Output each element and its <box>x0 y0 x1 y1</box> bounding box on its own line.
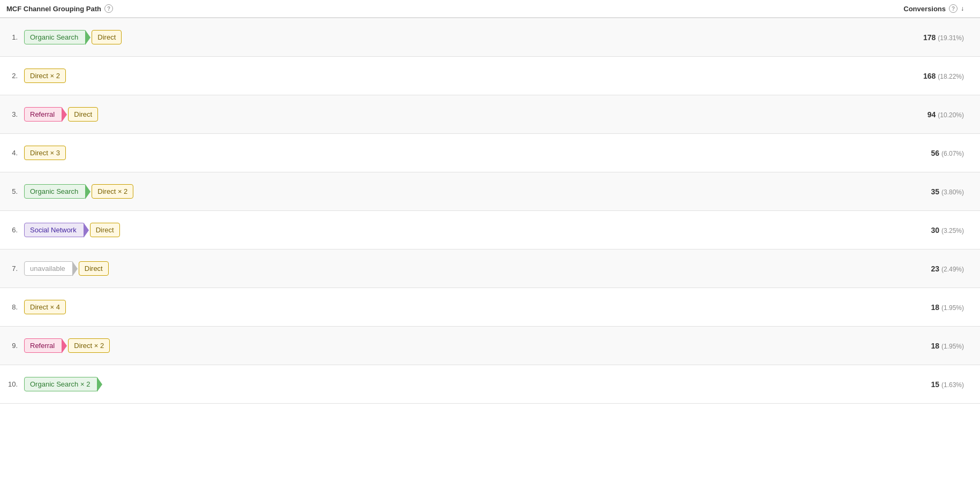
header-path: MCF Channel Grouping Path ? <box>0 4 862 13</box>
conversion-value: 18 <box>931 342 939 350</box>
row-number: 6. <box>0 226 24 234</box>
path-help-icon[interactable]: ? <box>104 4 113 13</box>
channel-tag[interactable]: Referral <box>24 107 63 122</box>
conversions-help-icon[interactable]: ? <box>949 4 958 13</box>
channel-tag[interactable]: Direct <box>79 261 109 276</box>
conversion-value: 56 <box>931 149 939 157</box>
row-path: ReferralDirect × 2 <box>24 334 862 357</box>
row-path: Direct × 3 <box>24 141 862 164</box>
channel-tag[interactable]: Organic Search <box>24 30 86 44</box>
row-number: 7. <box>0 264 24 273</box>
channel-tag[interactable]: Organic Search <box>24 184 86 199</box>
conversion-value: 18 <box>931 303 939 312</box>
row-conversions: 178(19.31%) <box>862 33 980 42</box>
table-row: 5.Organic SearchDirect × 235(3.80%) <box>0 172 980 211</box>
conversion-value: 15 <box>931 380 939 389</box>
row-path: Direct × 2 <box>24 64 862 87</box>
row-path: Organic SearchDirect <box>24 26 862 49</box>
row-conversions: 56(6.07%) <box>862 149 980 157</box>
conversion-value: 94 <box>928 110 936 119</box>
conversion-percent: (1.95%) <box>941 304 964 312</box>
conversion-percent: (19.31%) <box>938 34 964 42</box>
conversion-value: 30 <box>931 226 939 235</box>
mcf-table: MCF Channel Grouping Path ? Conversions … <box>0 0 980 404</box>
conversion-percent: (3.80%) <box>941 188 964 196</box>
row-number: 1. <box>0 33 24 41</box>
row-conversions: 35(3.80%) <box>862 187 980 196</box>
row-number: 8. <box>0 303 24 311</box>
table-row: 2.Direct × 2168(18.22%) <box>0 57 980 95</box>
row-number: 3. <box>0 110 24 118</box>
conversion-value: 168 <box>923 72 936 80</box>
table-header: MCF Channel Grouping Path ? Conversions … <box>0 0 980 18</box>
row-conversions: 94(10.20%) <box>862 110 980 119</box>
conversion-percent: (18.22%) <box>938 73 964 80</box>
channel-tag[interactable]: Direct <box>68 107 98 122</box>
row-number: 5. <box>0 187 24 195</box>
row-number: 9. <box>0 342 24 350</box>
conversion-percent: (10.20%) <box>938 111 964 119</box>
channel-tag[interactable]: Direct <box>92 30 122 44</box>
channel-tag[interactable]: Direct × 4 <box>24 300 66 314</box>
row-path: Organic SearchDirect × 2 <box>24 180 862 203</box>
conversion-percent: (1.63%) <box>941 381 964 389</box>
row-path: Direct × 4 <box>24 296 862 319</box>
row-conversions: 18(1.95%) <box>862 342 980 350</box>
header-conversions: Conversions ? ↓ <box>862 4 980 13</box>
table-row: 9.ReferralDirect × 218(1.95%) <box>0 327 980 365</box>
row-conversions: 23(2.49%) <box>862 264 980 273</box>
row-number: 4. <box>0 149 24 157</box>
conversion-percent: (6.07%) <box>941 150 964 157</box>
channel-tag[interactable]: Direct × 2 <box>92 184 133 199</box>
channel-tag[interactable]: Organic Search × 2 <box>24 377 98 391</box>
conversion-percent: (2.49%) <box>941 266 964 273</box>
row-number: 10. <box>0 380 24 388</box>
sort-icon[interactable]: ↓ <box>961 5 964 12</box>
table-row: 3.ReferralDirect94(10.20%) <box>0 95 980 134</box>
row-conversions: 15(1.63%) <box>862 380 980 389</box>
table-row: 1.Organic SearchDirect178(19.31%) <box>0 18 980 57</box>
table-row: 10.Organic Search × 215(1.63%) <box>0 365 980 404</box>
table-row: 6.Social NetworkDirect30(3.25%) <box>0 211 980 249</box>
conversions-header-label: Conversions <box>903 5 946 13</box>
row-number: 2. <box>0 72 24 80</box>
row-path: Social NetworkDirect <box>24 218 862 241</box>
table-body: 1.Organic SearchDirect178(19.31%)2.Direc… <box>0 18 980 404</box>
conversion-value: 178 <box>923 33 936 42</box>
conversion-value: 23 <box>931 264 939 273</box>
row-conversions: 18(1.95%) <box>862 303 980 312</box>
channel-tag[interactable]: Direct <box>90 223 120 237</box>
path-header-label: MCF Channel Grouping Path <box>6 5 101 13</box>
table-row: 7.unavailableDirect23(2.49%) <box>0 249 980 288</box>
conversion-percent: (1.95%) <box>941 343 964 350</box>
channel-tag[interactable]: Direct × 2 <box>24 69 66 83</box>
row-conversions: 168(18.22%) <box>862 72 980 80</box>
row-conversions: 30(3.25%) <box>862 226 980 235</box>
channel-tag[interactable]: Social Network <box>24 223 85 237</box>
channel-tag[interactable]: Direct × 2 <box>68 338 110 353</box>
row-path: ReferralDirect <box>24 103 862 126</box>
row-path: Organic Search × 2 <box>24 373 862 396</box>
table-row: 4.Direct × 356(6.07%) <box>0 134 980 172</box>
row-path: unavailableDirect <box>24 257 862 280</box>
conversion-value: 35 <box>931 187 939 196</box>
channel-tag[interactable]: Direct × 3 <box>24 146 66 160</box>
conversion-percent: (3.25%) <box>941 227 964 235</box>
table-row: 8.Direct × 418(1.95%) <box>0 288 980 327</box>
channel-tag[interactable]: unavailable <box>24 261 73 276</box>
channel-tag[interactable]: Referral <box>24 338 63 353</box>
